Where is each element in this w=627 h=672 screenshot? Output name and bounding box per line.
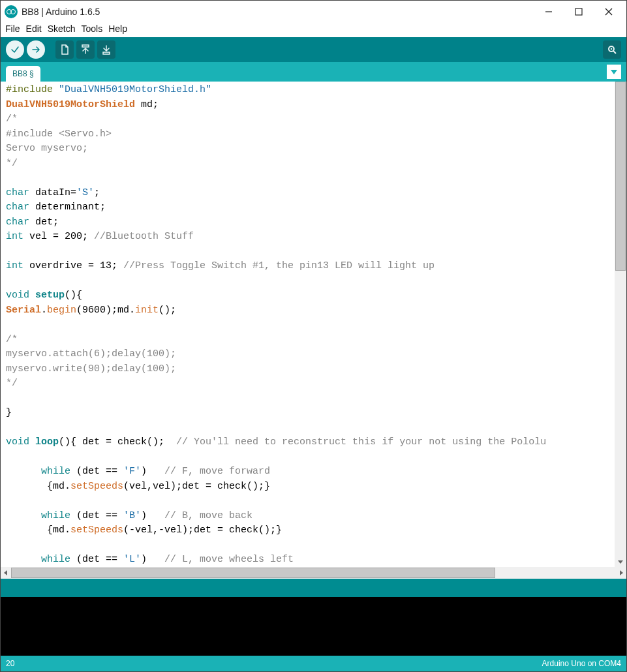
token: (vel,vel);det = check();} <box>123 481 270 492</box>
menu-edit[interactable]: Edit <box>24 23 44 34</box>
code-content[interactable]: #include "DualVNH5019MotorShield.h" Dual… <box>1 82 615 567</box>
token: dataIn= <box>29 187 76 198</box>
token: myservo.write(90);delay(100); <box>6 363 176 374</box>
token: 'B' <box>123 510 141 521</box>
svg-point-4 <box>611 48 612 50</box>
upload-button[interactable] <box>27 40 45 59</box>
token: {md. <box>6 481 70 492</box>
horizontal-scrollbar[interactable] <box>1 567 626 579</box>
token: myservo.attach(6);delay(100); <box>6 348 176 359</box>
vscroll-thumb[interactable] <box>615 82 626 271</box>
token: #include <box>6 84 59 95</box>
token: ; <box>94 187 100 198</box>
arduino-logo-icon <box>5 5 18 18</box>
token: char <box>6 187 29 198</box>
toolbar <box>1 37 626 62</box>
editor-area: #include "DualVNH5019MotorShield.h" Dual… <box>1 82 626 579</box>
token: ) <box>141 510 164 521</box>
save-sketch-button[interactable] <box>97 40 115 59</box>
token: (){ det = check(); <box>59 436 176 448</box>
token: // L, move wheels left <box>164 554 294 565</box>
token: int <box>6 231 23 242</box>
menu-help[interactable]: Help <box>106 23 129 34</box>
token: char <box>6 202 29 213</box>
token: ) <box>141 554 164 565</box>
token: md; <box>135 99 159 110</box>
token: void <box>6 436 29 448</box>
token: char <box>6 217 29 228</box>
token <box>29 436 35 448</box>
footer-board-info: Arduino Uno on COM4 <box>542 659 621 668</box>
token: } <box>6 407 12 418</box>
scroll-right-icon[interactable] <box>616 568 626 578</box>
token: Servo myservo; <box>6 143 88 154</box>
status-bar <box>1 579 626 597</box>
token: //Press Toggle Switch #1, the pin13 LED … <box>123 260 435 271</box>
close-button[interactable] <box>594 2 624 22</box>
serial-monitor-button[interactable] <box>603 40 621 59</box>
token: loop <box>35 436 59 448</box>
token: Serial <box>6 305 41 316</box>
token: /* <box>6 114 18 125</box>
token <box>29 290 35 301</box>
token: // F, move forward <box>164 466 270 477</box>
token <box>6 510 41 521</box>
tab-strip: BB8 § <box>1 62 626 82</box>
token: while <box>41 466 70 477</box>
token: setup <box>35 290 65 301</box>
tab-menu-button[interactable] <box>607 65 621 79</box>
token: 'S' <box>76 187 94 198</box>
token: vel = 200; <box>23 231 94 242</box>
token: 'F' <box>123 466 141 477</box>
token: "DualVNH5019MotorShield.h" <box>59 84 211 95</box>
token: ) <box>141 466 164 477</box>
new-sketch-button[interactable] <box>55 40 74 59</box>
token: // B, move back <box>164 510 252 521</box>
svg-rect-1 <box>82 45 89 47</box>
token: // You'll need to reconstruct this if yo… <box>176 436 546 448</box>
sketch-tab[interactable]: BB8 § <box>6 66 40 82</box>
token: while <box>41 510 70 521</box>
menu-file[interactable]: File <box>3 23 22 34</box>
verify-button[interactable] <box>6 40 24 59</box>
token: /* <box>6 334 18 345</box>
console-output[interactable] <box>1 597 626 656</box>
token: (det == <box>70 466 123 477</box>
token: (det == <box>70 510 123 521</box>
token: determinant; <box>29 202 106 213</box>
token: (){ <box>65 290 82 301</box>
token: overdrive = 13; <box>23 260 123 271</box>
token: (-vel,-vel);det = check();} <box>123 525 282 536</box>
token: (); <box>159 305 176 316</box>
minimize-button[interactable] <box>534 2 564 22</box>
token: . <box>41 305 47 316</box>
token: setSpeeds <box>70 481 123 492</box>
svg-rect-2 <box>103 52 110 54</box>
token: */ <box>6 158 18 169</box>
window-title: BB8 | Arduino 1.6.5 <box>22 7 100 17</box>
token: int <box>6 260 23 271</box>
footer-line-number: 20 <box>6 659 14 668</box>
scroll-down-icon[interactable] <box>615 557 626 567</box>
token: */ <box>6 378 18 389</box>
svg-rect-0 <box>575 8 582 15</box>
token: void <box>6 290 29 301</box>
footer-bar: 20 Arduino Uno on COM4 <box>1 656 626 671</box>
hscroll-thumb[interactable] <box>11 568 495 578</box>
token <box>6 554 41 565</box>
code-editor[interactable]: #include "DualVNH5019MotorShield.h" Dual… <box>1 82 626 567</box>
token: while <box>41 554 70 565</box>
menu-sketch[interactable]: Sketch <box>46 23 78 34</box>
token: (9600);md. <box>76 305 135 316</box>
vertical-scrollbar[interactable] <box>615 82 626 567</box>
title-bar: BB8 | Arduino 1.6.5 <box>1 1 626 23</box>
token <box>6 466 41 477</box>
menu-tools[interactable]: Tools <box>80 23 105 34</box>
scroll-left-icon[interactable] <box>1 568 11 578</box>
open-sketch-button[interactable] <box>76 40 95 59</box>
token: setSpeeds <box>70 525 123 536</box>
token: //Bluetooth Stuff <box>94 231 194 242</box>
token: #include <Servo.h> <box>6 129 112 140</box>
maximize-button[interactable] <box>564 2 594 22</box>
token: det; <box>29 217 59 228</box>
